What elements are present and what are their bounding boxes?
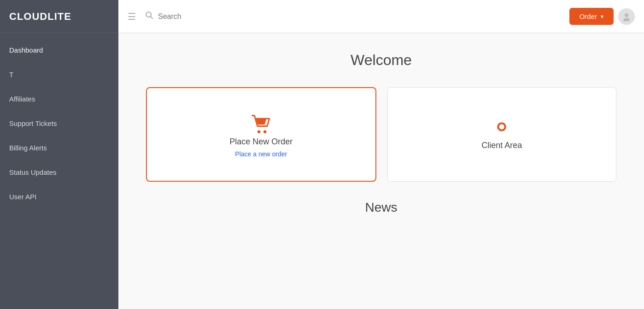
- sidebar-item-status-updates[interactable]: Status Updates: [0, 160, 118, 184]
- main-content: ☰ Order ▾ Welcome: [118, 0, 644, 309]
- card-place-order-link[interactable]: Place a new order: [235, 150, 287, 158]
- svg-point-4: [258, 130, 261, 133]
- search-icon: [145, 11, 153, 22]
- card-place-order[interactable]: Place New Order Place a new order: [146, 87, 376, 182]
- sidebar-item-billing-alerts[interactable]: Billing Alerts: [0, 136, 118, 160]
- sidebar: CLOUDLITE Dashboard T Affiliates Support…: [0, 0, 118, 309]
- card-place-order-title: Place New Order: [229, 137, 293, 147]
- topbar-left: ☰: [128, 11, 250, 22]
- cart-icon: [249, 111, 273, 137]
- chevron-down-icon: ▾: [601, 13, 603, 20]
- sidebar-item-affiliates[interactable]: Affiliates: [0, 87, 118, 111]
- svg-point-5: [263, 130, 267, 133]
- news-title: News: [146, 200, 616, 215]
- svg-point-3: [623, 18, 630, 21]
- sidebar-label-t: T: [9, 71, 13, 78]
- cards-row: Place New Order Place a new order Client…: [146, 87, 616, 182]
- sidebar-item-support-tickets[interactable]: Support Tickets: [0, 111, 118, 136]
- hamburger-icon[interactable]: ☰: [128, 11, 136, 22]
- sidebar-label-billing-alerts: Billing Alerts: [9, 144, 47, 152]
- sidebar-label-dashboard: Dashboard: [9, 46, 43, 54]
- sidebar-item-t[interactable]: T: [0, 62, 118, 87]
- sidebar-item-user-api[interactable]: User API: [0, 184, 118, 209]
- user-avatar[interactable]: [618, 8, 635, 25]
- svg-point-2: [625, 13, 628, 17]
- sidebar-label-affiliates: Affiliates: [9, 95, 35, 103]
- welcome-title: Welcome: [146, 52, 616, 69]
- sidebar-nav: Dashboard T Affiliates Support Tickets B…: [0, 33, 118, 209]
- topbar-right: Order ▾: [569, 8, 635, 25]
- topbar: ☰ Order ▾: [118, 0, 644, 33]
- content-area: Welcome Place New Order Place a new orde…: [118, 33, 644, 309]
- sidebar-label-user-api: User API: [9, 193, 36, 201]
- logo-text: CLOUDLITE: [9, 11, 71, 23]
- sidebar-label-support-tickets: Support Tickets: [9, 119, 57, 127]
- svg-line-1: [151, 17, 153, 19]
- logo: CLOUDLITE: [0, 0, 118, 33]
- search-input[interactable]: [158, 12, 250, 21]
- order-button-label: Order: [580, 12, 597, 20]
- sidebar-label-status-updates: Status Updates: [9, 168, 57, 176]
- gear-icon: [490, 115, 514, 141]
- sidebar-item-dashboard[interactable]: Dashboard: [0, 38, 118, 62]
- card-client-area[interactable]: Client Area: [387, 87, 617, 182]
- order-button[interactable]: Order ▾: [569, 8, 614, 25]
- card-client-area-title: Client Area: [481, 141, 522, 150]
